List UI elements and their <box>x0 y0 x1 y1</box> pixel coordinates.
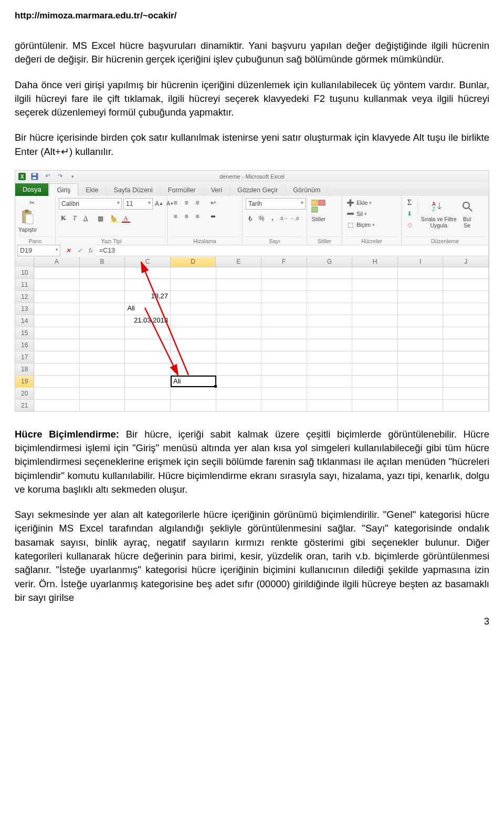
align-top-icon[interactable]: ≡ <box>171 198 180 207</box>
format-cell-icon[interactable]: ⬚ <box>345 220 355 230</box>
cell-G15[interactable] <box>307 327 353 339</box>
cell-E19[interactable] <box>216 376 262 387</box>
align-right-icon[interactable]: ≡ <box>193 212 202 221</box>
cell-F12[interactable] <box>261 291 307 303</box>
cell-C13[interactable]: Ali <box>125 303 171 315</box>
sort-filter-icon[interactable]: AZ <box>430 198 447 215</box>
cell-A15[interactable] <box>34 327 80 339</box>
cell-H13[interactable] <box>352 303 398 315</box>
cell-I15[interactable] <box>398 327 444 339</box>
cell-D15[interactable] <box>171 327 216 339</box>
cell-B12[interactable] <box>80 291 125 303</box>
underline-icon[interactable]: A <box>81 214 90 223</box>
cell-G17[interactable] <box>307 351 353 363</box>
col-header-A[interactable]: A <box>34 257 80 267</box>
cell-A17[interactable] <box>34 351 80 363</box>
cell-J20[interactable] <box>443 388 489 399</box>
cell-H20[interactable] <box>352 388 398 399</box>
font-color-icon[interactable]: A <box>121 214 131 223</box>
cell-H11[interactable] <box>352 279 398 290</box>
bold-icon[interactable]: K <box>59 214 68 223</box>
cell-C18[interactable] <box>125 363 171 375</box>
dec-inc-icon[interactable]: .0→ <box>279 214 288 223</box>
fx-icon[interactable]: fx <box>86 247 96 254</box>
cell-H18[interactable] <box>352 363 398 375</box>
col-header-H[interactable]: H <box>352 257 398 267</box>
grow-font-icon[interactable]: A▲ <box>154 199 164 209</box>
cell-I16[interactable] <box>398 339 444 351</box>
col-header-I[interactable]: I <box>398 257 444 267</box>
cell-F19[interactable] <box>261 376 307 387</box>
cell-G13[interactable] <box>307 303 353 315</box>
name-box[interactable]: D19 <box>17 245 60 256</box>
clear-icon[interactable]: ◇ <box>405 220 414 230</box>
cell-C11[interactable] <box>125 279 171 290</box>
cell-D19[interactable]: Ali <box>171 376 216 387</box>
cell-G10[interactable] <box>307 267 353 278</box>
cell-C21[interactable] <box>125 400 171 411</box>
row-header-17[interactable]: 17 <box>15 351 34 363</box>
cell-G18[interactable] <box>307 363 353 375</box>
cell-A21[interactable] <box>34 400 80 411</box>
cell-J18[interactable] <box>443 363 489 375</box>
cell-D21[interactable] <box>171 400 216 411</box>
row-header-10[interactable]: 10 <box>15 267 34 278</box>
tab-home[interactable]: Giriş <box>49 183 78 196</box>
row-header-19[interactable]: 19 <box>15 376 34 387</box>
cell-B11[interactable] <box>80 279 125 290</box>
format-btn-label[interactable]: Biçim <box>356 222 371 228</box>
number-format-combo[interactable]: Tarih <box>246 198 306 210</box>
font-size-combo[interactable]: 11 <box>123 198 153 210</box>
cell-C10[interactable] <box>125 267 171 278</box>
col-header-C[interactable]: C <box>125 257 171 267</box>
col-header-D[interactable]: D <box>171 257 216 267</box>
cell-C20[interactable] <box>125 388 171 399</box>
cell-A10[interactable] <box>34 267 80 278</box>
cell-H19[interactable] <box>352 376 398 387</box>
cell-B10[interactable] <box>80 267 125 278</box>
cell-B16[interactable] <box>80 339 125 351</box>
fill-icon[interactable]: ⬇ <box>405 209 414 219</box>
cell-J16[interactable] <box>443 339 489 351</box>
align-left-icon[interactable]: ≡ <box>171 212 180 221</box>
cell-G12[interactable] <box>307 291 353 303</box>
cell-I11[interactable] <box>398 279 444 290</box>
cell-D10[interactable] <box>171 267 216 278</box>
cell-F17[interactable] <box>261 351 307 363</box>
cell-A20[interactable] <box>34 388 80 399</box>
cell-E12[interactable] <box>216 291 262 303</box>
row-header-21[interactable]: 21 <box>15 400 34 411</box>
cell-J14[interactable] <box>443 315 489 327</box>
cell-D16[interactable] <box>171 339 216 351</box>
cell-B15[interactable] <box>80 327 125 339</box>
cell-E14[interactable] <box>216 315 262 327</box>
cell-J13[interactable] <box>443 303 489 315</box>
cell-H14[interactable] <box>352 315 398 327</box>
cell-D14[interactable] <box>171 315 216 327</box>
row-header-13[interactable]: 13 <box>15 303 34 315</box>
cell-I12[interactable] <box>398 291 444 303</box>
cell-D18[interactable] <box>171 363 216 375</box>
cell-F16[interactable] <box>261 339 307 351</box>
fill-color-icon[interactable] <box>110 214 120 223</box>
select-all-corner[interactable] <box>15 257 34 267</box>
cell-H21[interactable] <box>352 400 398 411</box>
cell-D11[interactable] <box>171 279 216 290</box>
cell-B14[interactable] <box>80 315 125 327</box>
delete-btn-label[interactable]: Sil <box>356 211 363 217</box>
tab-view[interactable]: Görünüm <box>286 184 328 196</box>
cell-F20[interactable] <box>261 388 307 399</box>
cell-C19[interactable] <box>125 376 171 387</box>
cell-F10[interactable] <box>261 267 307 278</box>
cell-I21[interactable] <box>398 400 444 411</box>
cell-J17[interactable] <box>443 351 489 363</box>
cancel-formula-icon[interactable]: ✕ <box>62 247 74 254</box>
wrap-text-icon[interactable]: ↩ <box>208 198 218 207</box>
percent-icon[interactable]: % <box>257 214 266 223</box>
cell-A16[interactable] <box>34 339 80 351</box>
cell-H12[interactable] <box>352 291 398 303</box>
row-header-11[interactable]: 11 <box>15 279 34 290</box>
cell-J12[interactable] <box>443 291 489 303</box>
cell-D20[interactable] <box>171 388 216 399</box>
cell-B17[interactable] <box>80 351 125 363</box>
